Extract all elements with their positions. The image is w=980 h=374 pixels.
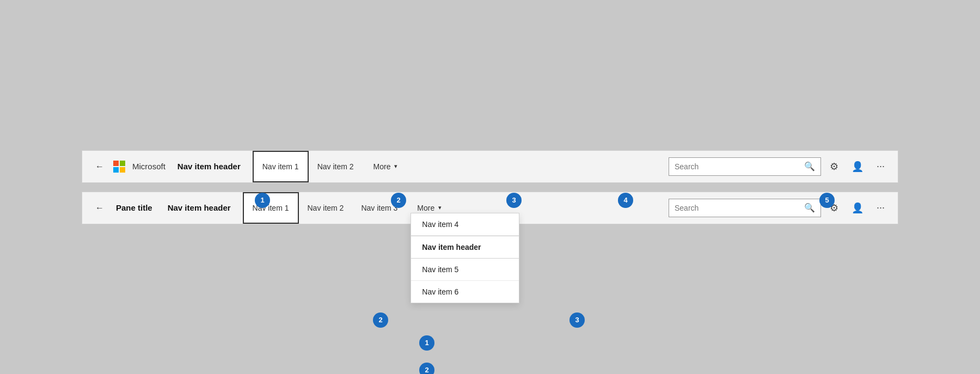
pane-title: Pane title xyxy=(113,203,156,212)
badge-1-1: 1 xyxy=(255,193,270,208)
back-button-1[interactable]: ← xyxy=(91,160,108,174)
gear-icon-1: ⚙ xyxy=(830,161,838,173)
nav-tab-1-1[interactable]: Nav item 1 xyxy=(253,151,309,182)
badge-1-3: 3 xyxy=(506,193,522,208)
dropdown-item-nav5[interactable]: Nav item 5 xyxy=(411,259,519,281)
search-area-1: 🔍 ⚙ 👤 ··· xyxy=(669,157,889,176)
user-icon-1: 👤 xyxy=(852,161,863,173)
search-input-1[interactable] xyxy=(675,162,801,171)
nav-item-header-1: Nav item header xyxy=(174,162,244,171)
gear-button-1[interactable]: ⚙ xyxy=(825,158,843,175)
search-box-1[interactable]: 🔍 xyxy=(669,157,821,176)
badge-2-2b: 2 xyxy=(419,363,434,375)
navbar-1: ← Microsoft Nav item header Nav item 1 N… xyxy=(82,150,898,183)
svg-rect-3 xyxy=(120,167,125,173)
badge-1-2: 2 xyxy=(391,193,406,208)
badge-2-2a: 2 xyxy=(373,312,388,328)
more-label-1: More xyxy=(373,162,391,171)
more-dropdown: Nav item 4 Nav item header Nav item 5 Na… xyxy=(411,213,519,303)
nav-tabs-1: Nav item 1 Nav item 2 xyxy=(253,151,363,182)
more-label-2: More xyxy=(417,204,434,212)
brand-name: Microsoft xyxy=(132,162,166,171)
chevron-down-icon-2: ▾ xyxy=(438,204,442,211)
chevron-down-icon-1: ▾ xyxy=(394,163,397,170)
svg-rect-1 xyxy=(120,161,125,166)
more-container-2: More ▾ Nav item 4 Nav item header Nav it… xyxy=(411,204,448,212)
svg-rect-2 xyxy=(113,167,119,173)
nav-tab-2-2[interactable]: Nav item 2 xyxy=(299,192,353,224)
badge-2-1: 1 xyxy=(419,335,434,351)
ellipsis-icon-1: ··· xyxy=(877,161,885,172)
search-input-2[interactable] xyxy=(675,204,801,212)
user-icon-2: 👤 xyxy=(852,202,863,214)
dropdown-item-header: Nav item header xyxy=(411,236,519,259)
badge-2-3: 3 xyxy=(569,312,585,328)
back-button-2[interactable]: ← xyxy=(91,201,108,215)
ellipsis-button-1[interactable]: ··· xyxy=(872,158,889,174)
nav-tab-2-1[interactable]: Nav item 1 xyxy=(243,192,299,224)
badge-1-4: 4 xyxy=(618,193,633,208)
microsoft-logo xyxy=(113,160,126,173)
ellipsis-button-2[interactable]: ··· xyxy=(872,200,889,216)
user-button-1[interactable]: 👤 xyxy=(847,158,868,175)
back-arrow-icon: ← xyxy=(95,162,104,171)
badge-1-5: 5 xyxy=(819,193,835,208)
back-arrow-icon-2: ← xyxy=(95,203,104,213)
search-icon-1: 🔍 xyxy=(804,161,815,171)
navbar-2: ← Pane title Nav item header Nav item 1 … xyxy=(82,192,898,224)
user-button-2[interactable]: 👤 xyxy=(847,200,868,216)
svg-rect-0 xyxy=(113,161,119,166)
nav-tab-1-2[interactable]: Nav item 2 xyxy=(309,151,363,182)
search-box-2[interactable]: 🔍 xyxy=(669,199,821,217)
more-button-2[interactable]: More ▾ xyxy=(411,204,448,212)
search-icon-2: 🔍 xyxy=(804,203,815,213)
more-button-1[interactable]: More ▾ xyxy=(367,151,405,182)
search-area-2: 🔍 ⚙ 👤 ··· xyxy=(669,199,889,217)
dropdown-item-nav6[interactable]: Nav item 6 xyxy=(411,281,519,303)
nav-item-header-2: Nav item header xyxy=(164,203,234,212)
dropdown-item-nav4[interactable]: Nav item 4 xyxy=(411,213,519,236)
ellipsis-icon-2: ··· xyxy=(877,202,885,213)
